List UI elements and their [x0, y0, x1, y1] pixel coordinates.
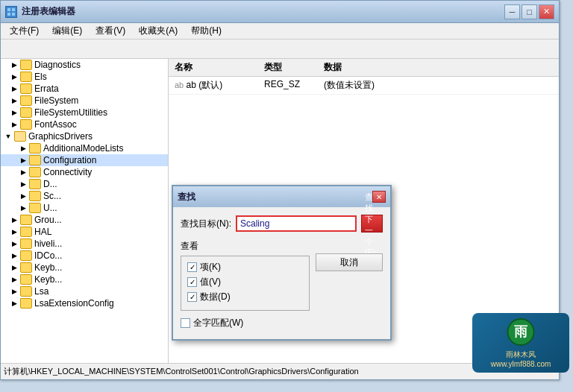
folder-icon [20, 250, 32, 261]
cell-type: REG_SZ [261, 78, 321, 92]
tree-item-sc[interactable]: ▶ Sc... [1, 190, 168, 202]
tree-toggle: ▶ [19, 180, 28, 189]
folder-icon [20, 60, 32, 70]
tree-toggle: ▶ [10, 215, 19, 224]
tree-toggle: ▶ [10, 275, 19, 284]
folder-icon [29, 167, 41, 177]
folder-icon [20, 119, 32, 130]
details-row-default[interactable]: ab ab (默认) REG_SZ (数值未设置) [169, 77, 559, 95]
tree-item-els[interactable]: ▶ Els [1, 71, 168, 83]
find-cancel-button[interactable]: 取消 [316, 253, 383, 271]
tree-item-keyb1[interactable]: ▶ Keyb... [1, 262, 168, 274]
tree-toggle: ▶ [10, 251, 19, 260]
folder-icon [29, 191, 41, 201]
folder-icon [29, 179, 41, 189]
tree-item-filesystem[interactable]: ▶ FileSystem [1, 95, 168, 107]
col-type: 类型 [261, 60, 321, 75]
svg-text:雨: 雨 [514, 324, 528, 339]
tree-toggle: ▶ [10, 108, 19, 117]
tree-toggle: ▶ [10, 263, 19, 272]
watermark-url: 雨林木风 www.ylmf888.com [491, 350, 551, 368]
tree-item-graphicsdrivers[interactable]: ▼ GraphicsDrivers [1, 130, 168, 142]
folder-icon [20, 262, 32, 273]
menu-item-编辑(E)[interactable]: 编辑(E) [46, 23, 88, 39]
find-fullmatch-label: 全字匹配(W) [193, 317, 243, 329]
menu-item-查看(V)[interactable]: 查看(V) [90, 23, 131, 39]
tree-item-additionalmodelists[interactable]: ▶ AdditionalModeLists [1, 142, 168, 154]
svg-rect-3 [12, 13, 15, 16]
tree-item-group[interactable]: ▶ Grou... [1, 214, 168, 226]
folder-icon [29, 155, 41, 165]
menu-item-文件(F)[interactable]: 文件(F) [4, 23, 45, 39]
tree-toggle: ▼ [4, 132, 13, 141]
col-data: 数据 [321, 60, 556, 75]
menu-item-帮助(H)[interactable]: 帮助(H) [185, 23, 228, 39]
menu-item-收藏夹(A)[interactable]: 收藏夹(A) [133, 23, 184, 39]
tree-item-hiveli[interactable]: ▶ hiveli... [1, 238, 168, 250]
folder-icon [20, 238, 32, 249]
folder-icon [20, 107, 32, 118]
folder-icon [20, 72, 32, 82]
find-dialog-content: 查找目标(N): 查找下一个(F) 查看 项(K) 值(V) [173, 207, 390, 339]
tree-toggle: ▶ [10, 227, 19, 236]
tree-toggle: ▶ [19, 192, 28, 200]
find-dialog-title-bar: 查找 ✕ [173, 186, 390, 207]
find-fullmatch-checkbox[interactable] [181, 318, 190, 328]
find-checkbox-value: 值(V) [187, 276, 303, 288]
find-input[interactable] [236, 215, 357, 232]
find-fullmatch-row: 全字匹配(W) [181, 317, 310, 329]
find-checkbox-data: 数据(D) [187, 291, 303, 303]
close-button[interactable]: ✕ [539, 4, 554, 19]
tree-item-hal[interactable]: ▶ HAL [1, 226, 168, 238]
tree-item-keyb2[interactable]: ▶ Keyb... [1, 274, 168, 285]
cell-data: (数值未设置) [321, 78, 556, 92]
tree-item-d[interactable]: ▶ D... [1, 178, 168, 190]
tree-toggle: ▶ [10, 60, 19, 69]
folder-icon [29, 143, 41, 154]
tree-toggle: ▶ [10, 120, 19, 129]
find-checkbox-key-label: 项(K) [200, 261, 221, 274]
find-checkbox-data-box[interactable] [187, 292, 197, 302]
find-checkbox-data-label: 数据(D) [200, 291, 231, 303]
restore-button[interactable]: □ [522, 4, 537, 19]
minimize-button[interactable]: ─ [504, 4, 520, 19]
tree-toggle: ▶ [10, 84, 19, 93]
tree-toggle: ▶ [10, 299, 19, 308]
tree-item-diagnostics[interactable]: ▶ Diagnostics [1, 59, 168, 71]
find-next-button[interactable]: 查找下一个(F) [361, 215, 383, 233]
tree-toggle: ▶ [19, 156, 28, 165]
tree-item-idco[interactable]: ▶ IDCo... [1, 250, 168, 262]
tree-toggle: ▶ [10, 72, 19, 81]
svg-rect-1 [12, 8, 15, 11]
tree-item-lsa[interactable]: ▶ Lsa [1, 285, 168, 297]
find-dialog: 查找 ✕ 查找目标(N): 查找下一个(F) 查看 项(K) 值(V) [172, 185, 392, 341]
cell-name: ab ab (默认) [172, 78, 261, 92]
window-title: 注册表编辑器 [22, 5, 75, 18]
find-dialog-title: 查找 [178, 191, 195, 203]
tree-toggle: ▶ [10, 287, 19, 296]
folder-icon [20, 83, 32, 94]
tree-toggle: ▶ [10, 239, 19, 248]
tree-item-errata[interactable]: ▶ Errata [1, 83, 168, 95]
find-target-row: 查找目标(N): 查找下一个(F) [181, 215, 383, 233]
tree-item-lsaextensionconfig[interactable]: ▶ LsaExtensionConfig [1, 297, 168, 309]
folder-icon [20, 298, 32, 309]
tree-item-u[interactable]: ▶ U... [1, 202, 168, 214]
find-checkbox-value-box[interactable] [187, 277, 197, 287]
tree-item-connectivity[interactable]: ▶ Connectivity [1, 166, 168, 178]
find-checkbox-key-box[interactable] [187, 262, 197, 272]
app-icon [5, 6, 17, 18]
folder-icon [20, 227, 32, 237]
svg-rect-0 [7, 8, 10, 11]
tree-item-filesystemutilities[interactable]: ▶ FileSystemUtilities [1, 107, 168, 118]
tree-item-configuration[interactable]: ▶ Configuration [1, 154, 168, 166]
details-header: 名称 类型 数据 [169, 59, 559, 77]
col-name: 名称 [172, 60, 261, 75]
tree-item-fontassoc[interactable]: ▶ FontAssoc [1, 118, 168, 130]
status-text: 计算机\HKEY_LOCAL_MACHINE\SYSTEM\ControlSet… [4, 366, 359, 377]
find-look-title: 查看 [181, 240, 310, 253]
tree-toggle: ▶ [19, 168, 28, 177]
tree-toggle: ▶ [10, 96, 19, 105]
svg-rect-2 [7, 13, 10, 16]
watermark: 雨 雨林木风 www.ylmf888.com [472, 313, 569, 373]
